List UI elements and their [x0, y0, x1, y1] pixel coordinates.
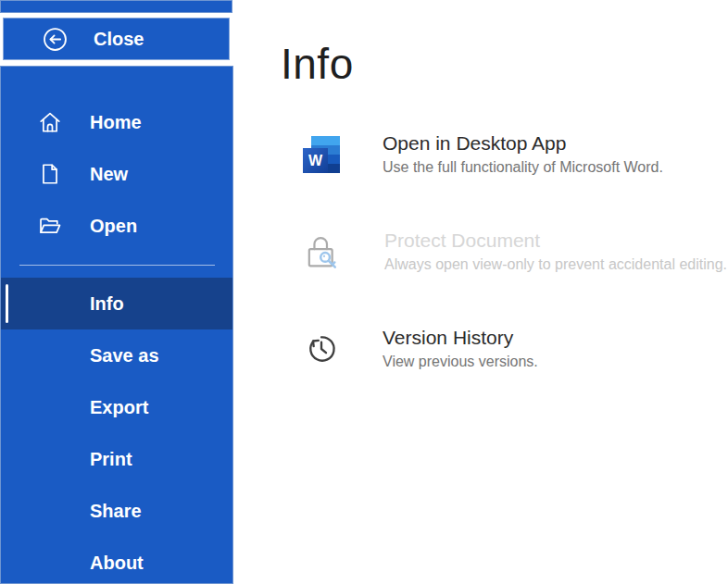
word-backstage-view: Close Home New Open — [0, 0, 728, 584]
version-history-button[interactable]: Version History View previous versions. — [303, 326, 728, 372]
sidebar-item-label: Save as — [90, 345, 159, 367]
item-title: Version History — [383, 326, 538, 350]
menu-divider — [19, 265, 215, 266]
sidebar-item-share[interactable]: Share — [1, 485, 232, 537]
close-label: Close — [94, 29, 144, 50]
word-app-icon: W — [303, 136, 340, 173]
item-text: Version History View previous versions. — [383, 326, 538, 372]
word-icon-letter-tile: W — [303, 148, 328, 173]
home-icon — [38, 110, 62, 134]
info-items: W Open in Desktop App Use the full funct… — [303, 131, 728, 372]
sidebar-item-label: Print — [90, 449, 132, 470]
item-title: Protect Document — [384, 229, 727, 253]
backstage-menu: Home New Open Info Save as Export — [0, 66, 233, 584]
sidebar-item-label: Home — [90, 112, 142, 133]
sidebar-item-info[interactable]: Info — [1, 278, 232, 329]
new-file-icon — [38, 162, 62, 186]
item-description: Use the full functionality of Microsoft … — [383, 157, 663, 178]
sidebar-item-label: Open — [90, 216, 137, 237]
sidebar-top-strip — [0, 0, 232, 13]
sidebar-item-export[interactable]: Export — [1, 381, 232, 433]
item-description: View previous versions. — [383, 352, 538, 372]
info-pane: Info W Open in Desktop App Use the full … — [233, 0, 728, 584]
page-title: Info — [281, 39, 728, 90]
sidebar-item-label: Share — [90, 501, 142, 522]
protect-document-button[interactable]: Protect Document Always open view-only t… — [303, 229, 728, 275]
item-title: Open in Desktop App — [383, 131, 663, 155]
protect-lock-icon — [301, 230, 342, 273]
sidebar-item-home[interactable]: Home — [1, 96, 232, 148]
sidebar-item-save-as[interactable]: Save as — [1, 329, 232, 381]
item-description: Always open view-only to prevent acciden… — [384, 255, 727, 275]
sidebar-item-label: Info — [90, 293, 124, 315]
back-arrow-icon — [43, 27, 68, 52]
item-text: Open in Desktop App Use the full functio… — [383, 131, 663, 178]
sidebar-item-open[interactable]: Open — [1, 200, 232, 252]
open-folder-icon — [38, 214, 62, 238]
sidebar-item-about[interactable]: About — [1, 537, 232, 584]
selected-indicator — [6, 284, 8, 323]
sidebar-item-print[interactable]: Print — [1, 433, 232, 485]
sidebar-item-new[interactable]: New — [1, 148, 232, 200]
close-button[interactable]: Close — [3, 18, 230, 60]
item-text: Protect Document Always open view-only t… — [384, 229, 727, 275]
sidebar-item-label: New — [90, 164, 128, 185]
sidebar-item-label: Export — [90, 397, 148, 418]
open-in-desktop-app-button[interactable]: W Open in Desktop App Use the full funct… — [303, 131, 728, 178]
version-history-icon — [303, 330, 340, 367]
sidebar-item-label: About — [90, 553, 144, 574]
